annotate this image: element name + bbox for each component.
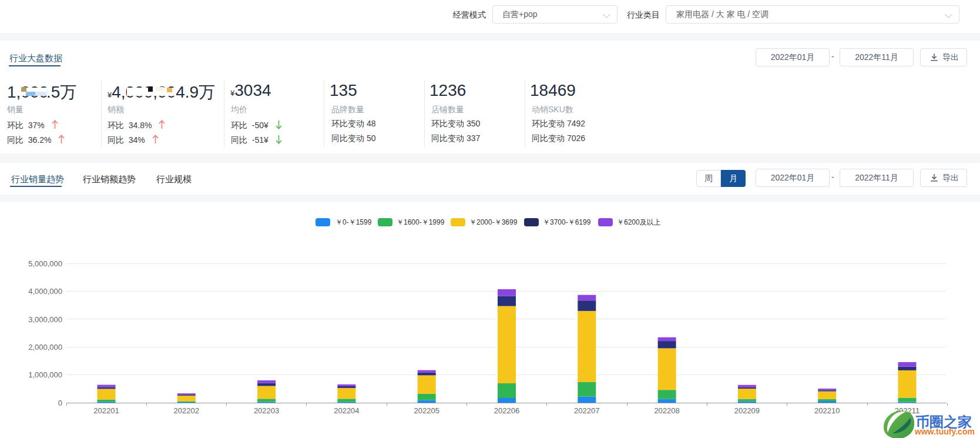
svg-text:202204: 202204 (334, 406, 359, 415)
svg-text:202201: 202201 (93, 406, 119, 415)
svg-text:5,000,000: 5,000,000 (28, 259, 62, 268)
svg-text:1,000,000: 1,000,000 (28, 370, 62, 379)
svg-text:202208: 202208 (654, 406, 679, 415)
svg-text:3,000,000: 3,000,000 (28, 315, 62, 324)
svg-text:202203: 202203 (254, 406, 279, 415)
svg-text:202206: 202206 (494, 406, 519, 415)
svg-text:202207: 202207 (574, 406, 599, 415)
svg-text:www.tuufy.com: www.tuufy.com (914, 427, 975, 436)
svg-text:2,000,000: 2,000,000 (28, 343, 62, 352)
svg-text:202209: 202209 (734, 406, 760, 415)
svg-text:202202: 202202 (174, 406, 199, 415)
svg-text:202205: 202205 (414, 406, 439, 415)
svg-text:4,000,000: 4,000,000 (28, 287, 62, 296)
svg-text:0: 0 (58, 399, 62, 407)
svg-text:202210: 202210 (814, 406, 840, 415)
